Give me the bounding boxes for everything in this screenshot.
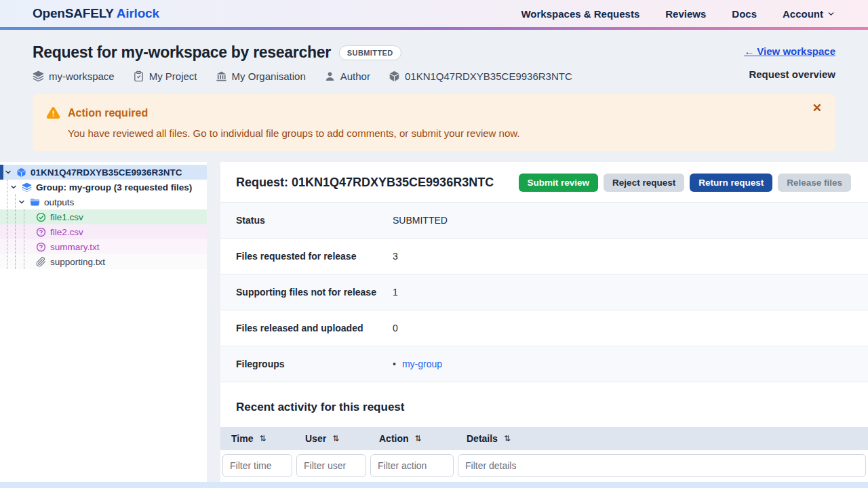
page-title: Request for my-workspace by researcher <box>33 43 331 62</box>
question-circle-icon <box>36 227 46 237</box>
package-icon <box>389 70 400 82</box>
meta-project: My Project <box>133 70 197 82</box>
tree-item-outputs-folder[interactable]: outputs <box>0 195 207 209</box>
sort-icon[interactable]: ⇅ <box>259 434 266 443</box>
tree-item-summary[interactable]: summary.txt <box>0 239 207 254</box>
column-header-details: Details <box>467 433 498 444</box>
column-header-action: Action <box>379 433 409 444</box>
view-workspace-link[interactable]: ← View workspace <box>744 45 835 57</box>
alert-message: You have reviewed all files. Go to indiv… <box>68 127 819 139</box>
activity-table-header: Time ⇅ User ⇅ Action ⇅ Details ⇅ <box>220 427 868 450</box>
tree-item-label: outputs <box>44 197 74 207</box>
filter-time-input[interactable] <box>222 454 292 477</box>
page-header: Request for my-workspace by researcher S… <box>0 30 868 82</box>
chevron-down-icon[interactable] <box>18 198 26 206</box>
action-required-alert: Action required You have reviewed all fi… <box>33 94 835 151</box>
nav-account-label: Account <box>783 8 823 20</box>
tree-guide-line <box>15 195 16 269</box>
detail-label: Status <box>236 215 393 226</box>
meta-organisation-label: My Organisation <box>232 70 306 82</box>
layers-icon <box>33 70 44 82</box>
nav-docs[interactable]: Docs <box>732 8 757 20</box>
bottom-strip <box>0 482 868 488</box>
tree-item-group[interactable]: Group: my-group (3 requested files) <box>0 180 207 195</box>
detail-row-files-requested: Files requested for release 3 <box>220 239 868 274</box>
meta-request-id-label: 01KN1Q47RDXYB35CE9936R3NTC <box>405 70 572 82</box>
meta-workspace-label: my-workspace <box>49 70 115 82</box>
detail-label: Files requested for release <box>236 251 393 262</box>
activity-filter-row <box>220 450 868 477</box>
check-circle-icon <box>36 212 46 222</box>
detail-value: 3 <box>393 251 398 262</box>
sort-icon[interactable]: ⇅ <box>415 434 422 443</box>
reject-request-button[interactable]: Reject request <box>604 174 684 192</box>
file-tree-sidebar: 01KN1Q47RDXYB35CE9936R3NTC Group: my-gro… <box>0 162 207 482</box>
column-header-user: User <box>305 433 326 444</box>
clipboard-icon <box>133 70 144 82</box>
tree-item-label: Group: my-group (3 requested files) <box>36 182 192 192</box>
bullet-marker: • <box>393 359 396 369</box>
warning-triangle-icon <box>46 106 60 120</box>
meta-workspace: my-workspace <box>33 70 115 82</box>
meta-author-label: Author <box>340 70 370 82</box>
tree-item-file1[interactable]: file1.csv <box>0 209 207 224</box>
question-circle-icon <box>36 242 46 252</box>
user-icon <box>324 70 336 82</box>
meta-author: Author <box>324 70 370 82</box>
layers-icon <box>22 182 32 192</box>
tree-item-label: file2.csv <box>50 227 83 237</box>
main-nav: Workspaces & Requests Reviews Docs Accou… <box>521 8 835 20</box>
brand-airlock: Airlock <box>117 6 159 20</box>
detail-row-supporting-files: Supporting files not for release 1 <box>220 274 868 310</box>
alert-title: Action required <box>68 107 148 119</box>
filter-details-input[interactable] <box>458 454 866 477</box>
meta-organisation: My Organisation <box>216 70 306 82</box>
meta-request-id: 01KN1Q47RDXYB35CE9936R3NTC <box>389 70 572 82</box>
nav-account-menu[interactable]: Account <box>783 8 835 20</box>
filter-user-input[interactable] <box>296 454 366 477</box>
column-header-time: Time <box>231 433 253 444</box>
activity-section-heading: Recent activity for this request <box>236 401 868 414</box>
paperclip-icon <box>36 257 46 267</box>
detail-value: 1 <box>393 287 398 298</box>
folder-icon <box>30 197 40 207</box>
submit-review-button[interactable]: Submit review <box>519 174 599 192</box>
tree-item-label: supporting.txt <box>50 257 105 267</box>
status-badge: SUBMITTED <box>339 45 401 60</box>
release-files-button[interactable]: Release files <box>778 174 851 192</box>
detail-row-status: Status SUBMITTED <box>220 203 868 239</box>
tree-item-file2[interactable]: file2.csv <box>0 224 207 239</box>
meta-project-label: My Project <box>149 70 197 82</box>
detail-label: Files released and uploaded <box>236 323 393 333</box>
detail-label: Filegroups <box>236 359 393 369</box>
tree-item-label: 01KN1Q47RDXYB35CE9936R3NTC <box>31 167 182 178</box>
filter-action-input[interactable] <box>370 454 454 477</box>
chevron-down-icon[interactable] <box>4 168 12 176</box>
request-meta-row: my-workspace My Project My Organisation … <box>33 70 572 82</box>
filegroup-link[interactable]: my-group <box>402 359 442 369</box>
detail-row-files-released: Files released and uploaded 0 <box>220 310 868 346</box>
sort-icon[interactable]: ⇅ <box>332 434 339 443</box>
nav-reviews[interactable]: Reviews <box>665 8 706 20</box>
detail-value: 0 <box>393 323 398 333</box>
request-overview-label: Request overview <box>744 68 835 80</box>
bank-icon <box>216 70 227 82</box>
detail-row-filegroups: Filegroups • my-group <box>220 346 868 382</box>
request-main-panel: Request: 01KN1Q47RDXYB35CE9936R3NTC Subm… <box>220 162 868 482</box>
detail-label: Supporting files not for release <box>236 287 393 298</box>
tree-item-request-root[interactable]: 01KN1Q47RDXYB35CE9936R3NTC <box>0 165 207 180</box>
app-logo[interactable]: OpenSAFELY Airlock <box>33 6 159 21</box>
chevron-down-icon[interactable] <box>9 183 18 191</box>
return-request-button[interactable]: Return request <box>690 174 772 192</box>
tree-item-label: file1.csv <box>50 212 83 222</box>
request-heading: Request: 01KN1Q47RDXYB35CE9936R3NTC <box>236 176 494 190</box>
nav-workspaces-requests[interactable]: Workspaces & Requests <box>521 8 639 20</box>
brand-opensafely: OpenSAFELY <box>33 6 113 20</box>
tree-item-supporting[interactable]: supporting.txt <box>0 254 207 269</box>
sort-icon[interactable]: ⇅ <box>504 434 511 443</box>
tree-guide-line <box>24 209 24 269</box>
top-navigation-bar: OpenSAFELY Airlock Workspaces & Requests… <box>0 0 868 27</box>
detail-value: SUBMITTED <box>393 215 448 226</box>
tree-guide-line <box>7 180 7 269</box>
close-icon[interactable]: ✕ <box>812 102 822 114</box>
